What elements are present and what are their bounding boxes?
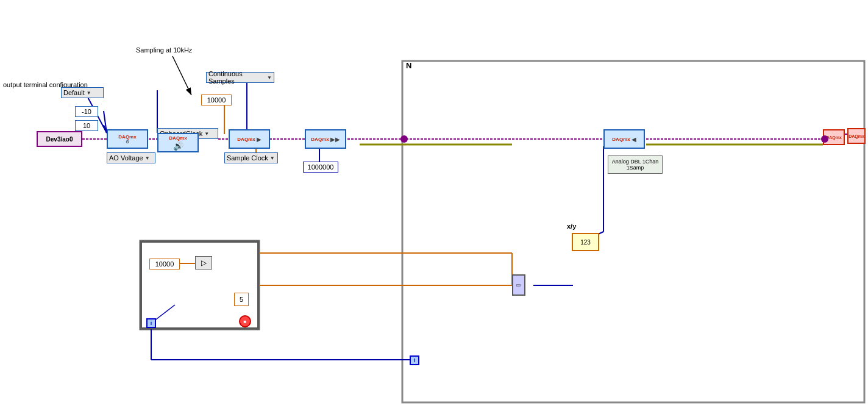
xy-display[interactable]: 123 [572,233,599,251]
samples-count-input[interactable]: 1000000 [303,162,338,173]
neg10-input[interactable]: -10 [75,106,98,117]
stop-button-loop[interactable]: ■ [239,315,251,327]
daqmx-block-2[interactable]: DAQmx 🔊 [157,133,199,152]
pos10-input[interactable]: 10 [75,120,98,131]
svg-rect-2 [402,61,864,402]
compare-block[interactable]: ▷ [195,256,212,269]
daqmx-block-1[interactable]: DAQmx ⚙ [107,129,148,149]
loop-count-input[interactable]: 10000 [149,259,180,269]
analog-dbl-label: Analog DBL 1Chan 1Samp [608,155,663,174]
daqmx-block-read[interactable]: DAQmx ◀ [603,129,645,149]
wire-node-2 [821,135,828,143]
iter-terminal-loop: i [146,318,156,328]
xy-graph-label: x/y [567,223,576,230]
sampling-annotation: Sampling at 10kHz [136,46,192,54]
default-dropdown[interactable]: Default [61,87,104,98]
sample-clock-dropdown[interactable]: Sample Clock [224,152,278,163]
daqmx-stop-2[interactable]: DAQmx [847,128,866,144]
svg-line-1 [173,56,191,95]
five-input[interactable]: 5 [234,293,249,306]
continuous-samples-dropdown[interactable]: Continuous Samples [206,72,274,83]
daqmx-block-4[interactable]: DAQmx ▶▶ [305,129,346,149]
n-label: N [406,61,411,70]
wire-node-1 [400,135,408,143]
daqmx-block-3[interactable]: DAQmx ▶ [229,129,270,149]
dev-ao0-block[interactable]: Dev3/ao0 [37,131,82,147]
ao-voltage-dropdown[interactable]: AO Voltage [107,152,155,163]
build-array-block[interactable]: [] [512,274,525,296]
sample-rate-input[interactable]: 10000 [201,95,232,105]
iter-terminal-main: i [410,355,419,365]
